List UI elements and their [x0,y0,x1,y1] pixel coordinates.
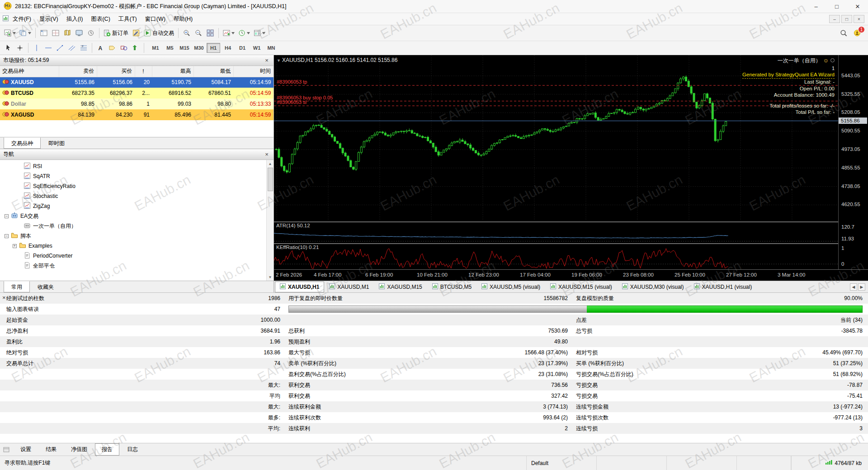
toolbar-button-navigator-panel[interactable] [61,27,73,39]
collapse-icon[interactable]: − [5,214,9,218]
minimize-button[interactable]: – [806,0,826,13]
chart-tab[interactable]: XAUUSD,H1 (visual) [689,282,757,292]
keff-indicator-pane[interactable]: KEffRatio(10) 0.21 [274,244,868,269]
nav-item[interactable]: RSI [0,161,274,171]
nav-item[interactable]: Stochastic [0,191,274,201]
market-watch-row[interactable]: BTCUSD68273.3568296.372...68916.5267860.… [0,88,274,99]
toolbar-button-templates[interactable] [252,27,267,39]
toolbar-button-search[interactable] [838,27,849,39]
toolbar-button-indicators[interactable] [221,27,236,39]
atr-indicator-pane[interactable]: ATR(14) 50.12 [274,222,868,243]
market-watch-row[interactable]: XAGUSD84.13984.2309185.49681.44505:14:59 [0,109,274,120]
navigator-tab[interactable]: 收藏夹 [30,281,61,292]
mdi-close-button[interactable]: × [854,15,864,23]
nav-item[interactable]: SqATR [0,171,274,181]
toolbox-tab[interactable]: 设置 [14,443,38,456]
timeframe-button-H1[interactable]: H1 [207,43,220,53]
mw-column-header[interactable]: 卖价 [59,66,97,77]
toolbar-button-text[interactable]: A [94,42,106,54]
toolbar-button-autotrading[interactable]: 自动交易 [142,27,176,39]
mw-column-header[interactable]: 最低 [193,66,233,77]
scrollbar-thumb[interactable] [268,168,273,191]
timeframe-button-W1[interactable]: W1 [250,43,264,53]
status-profile[interactable]: Default [527,456,597,470]
toolbar-button-metaeditor[interactable] [130,27,142,39]
toolbar-button-tile[interactable] [204,27,216,39]
menu-item[interactable]: 图表(C) [87,14,114,25]
menu-item[interactable]: 窗口(W) [141,14,170,25]
nav-item[interactable]: −脚本 [0,231,274,241]
order-line-label[interactable]: #83906053 sl [277,99,307,105]
navigator-scrollbar[interactable]: ▲ ▼ [266,160,274,281]
report-close-icon[interactable]: × [2,294,6,301]
toolbox-tab[interactable]: 日志 [120,443,145,456]
toolbar-button-label[interactable] [106,42,118,54]
timeframe-button-M15[interactable]: M15 [178,43,191,53]
timeframe-button-M1[interactable]: M1 [149,43,162,53]
toolbar-button-zoom-out[interactable] [193,27,204,39]
toolbar-button-tester[interactable] [85,27,97,39]
time-axis[interactable]: 2 Feb 20264 Feb 17:006 Feb 19:0010 Feb 2… [274,269,868,281]
mdi-minimize-button[interactable]: – [829,15,840,23]
ea-smiley-icon[interactable]: ☺ [823,57,829,64]
toolbar-button-shapes[interactable] [118,42,130,54]
mw-column-header[interactable]: 交易品种 [0,66,59,77]
toolbar-button-data-window[interactable] [50,27,61,39]
nav-item[interactable]: −EA交易 [0,211,274,221]
toolbar-button-hline[interactable] [42,42,54,54]
collapse-icon[interactable]: − [5,234,9,238]
timeframe-button-MN[interactable]: MN [264,43,278,53]
mw-column-header[interactable]: ! [135,66,152,77]
timeframe-button-H4[interactable]: H4 [221,43,235,53]
navigator-close-icon[interactable]: × [263,151,270,158]
nav-item[interactable]: ZigZag [0,201,274,211]
mdi-restore-button[interactable]: □ [841,15,852,23]
menu-item[interactable]: 帮助(H) [170,14,197,25]
toolbar-button-trend[interactable] [54,42,66,54]
mw-column-header[interactable]: 最高 [152,66,193,77]
chart-tab[interactable]: BTCUSD,M5 [427,282,476,292]
timeframe-button-M5[interactable]: M5 [163,43,177,53]
toolbar-button-new-order[interactable]: 新订单 [102,27,130,39]
tab-scroll-right-icon[interactable]: ▶ [858,283,865,291]
toolbar-button-zoom-in[interactable] [181,27,193,39]
expand-icon[interactable]: + [13,244,17,248]
toolbar-button-vline[interactable] [31,42,42,54]
toolbar-button-new-chart[interactable] [2,27,18,39]
nav-item[interactable]: 全部平仓 [0,261,274,271]
nav-item[interactable]: 一次一单（自用） [0,221,274,231]
menu-item[interactable]: 文件(F) [9,14,35,25]
timeframe-button-M30[interactable]: M30 [192,43,206,53]
chart-tab[interactable]: XAGUSD,M15 [374,282,427,292]
order-line-label[interactable]: #83906053 tp [277,79,307,85]
toolbox-tab[interactable]: 报告 [95,443,119,456]
menu-item[interactable]: 工具(T) [114,14,141,25]
toolbox-grip-icon[interactable] [3,446,10,453]
close-button[interactable]: ✕ [847,0,868,13]
chart-tab[interactable]: XAUUSD,M30 (visual) [617,282,689,292]
tab-scroll-left-icon[interactable]: ◀ [850,283,857,291]
toolbar-button-fibo[interactable]: F [78,42,90,54]
market-watch-row[interactable]: Dollar98.8598.86199.0398.8005:13:33 [0,99,274,109]
market-watch-tab[interactable]: 即时图 [41,137,72,149]
chart-tab[interactable]: XAUUSD,M5 (visual) [476,282,545,292]
scroll-down-icon[interactable]: ▼ [267,273,274,281]
toolbar-button-cursor[interactable] [2,42,14,54]
toolbox-tab[interactable]: 净值图 [64,443,94,456]
toolbox-tab[interactable]: 结果 [39,443,63,456]
navigator-tab[interactable]: 常用 [4,281,30,292]
toolbar-button-arrows[interactable] [130,42,142,54]
scroll-up-icon[interactable]: ▲ [267,160,274,167]
toolbar-button-terminal-panel[interactable] [73,27,85,39]
mw-column-header[interactable]: 买价 [97,66,135,77]
toolbar-button-channel[interactable] [66,42,78,54]
chart-tab[interactable]: XAUUSD,M15 (visual) [545,282,617,292]
toolbar-button-market-watch[interactable] [38,27,50,39]
market-watch-close-icon[interactable]: × [263,57,270,64]
mw-column-header[interactable]: 时间 [233,66,274,77]
market-watch-tab[interactable]: 交易品种 [4,137,41,149]
toolbar-button-crosshair[interactable] [14,42,26,54]
chart-canvas[interactable]: ▼XAUUSD,H1 5156.02 5160.16 5141.02 5155.… [274,55,868,221]
chart-tab[interactable]: XAUUSD,H1 [275,282,324,292]
toolbar-button-profiles[interactable] [18,27,33,39]
